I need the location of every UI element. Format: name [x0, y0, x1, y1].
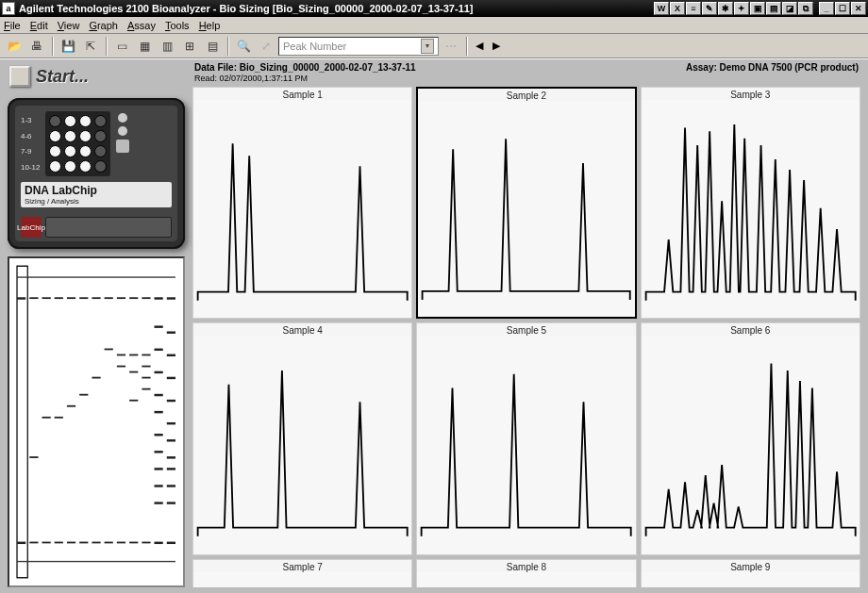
assay-value: Demo DNA 7500 (PCR product) [720, 62, 859, 73]
svg-rect-37 [142, 354, 150, 356]
svg-rect-47 [155, 371, 163, 373]
electropherogram-plot[interactable]: Sample 4 [192, 322, 412, 554]
tray-icon[interactable]: ▤ [766, 2, 781, 15]
electropherogram-plot[interactable]: Sample 2 [416, 87, 636, 319]
svg-rect-13 [67, 405, 75, 407]
chip-subtitle: Sizing / Analysis [25, 197, 168, 206]
plot-title: Sample 8 [417, 560, 635, 572]
svg-rect-38 [142, 297, 150, 299]
svg-rect-4 [29, 456, 38, 458]
svg-rect-56 [167, 439, 175, 441]
gel-image-panel[interactable] [8, 256, 185, 587]
maximize-button[interactable]: ☐ [835, 2, 850, 15]
menu-help[interactable]: Help [199, 20, 221, 31]
zoom-reset-icon[interactable]: ⤢ [256, 36, 276, 57]
svg-rect-60 [167, 354, 175, 356]
plot-title: Sample 4 [193, 323, 411, 336]
close-button[interactable]: ✕ [851, 2, 866, 15]
well-grid[interactable] [45, 111, 110, 176]
svg-rect-26 [117, 354, 125, 356]
menu-assay[interactable]: Assay [127, 20, 156, 31]
svg-rect-0 [17, 266, 27, 578]
left-panel: Start... 1-3 4-6 7-9 10-12 [0, 59, 191, 593]
tray-icon[interactable]: X [670, 2, 685, 15]
svg-rect-43 [155, 451, 163, 453]
svg-rect-59 [167, 377, 175, 379]
svg-rect-7 [42, 417, 51, 419]
zoom-icon[interactable]: 🔍 [233, 36, 254, 57]
print-icon[interactable]: 🖶 [26, 36, 47, 57]
read-label: Read: [194, 74, 217, 83]
tray-icon[interactable]: ≡ [686, 2, 701, 15]
start-label: Start... [36, 67, 89, 87]
system-tray: W X ≡ ✎ ✱ ✦ ▣ ▤ ◪ ⧉ [654, 2, 813, 15]
svg-rect-28 [129, 542, 138, 544]
svg-rect-63 [17, 276, 175, 277]
save-icon[interactable]: 💾 [58, 36, 78, 57]
tray-icon[interactable]: ✦ [734, 2, 749, 15]
chip-cartridge[interactable]: 1-3 4-6 7-9 10-12 [8, 98, 185, 249]
view-gel-icon[interactable]: ▥ [157, 36, 177, 57]
electropherogram-plot[interactable]: Sample 9 [641, 559, 860, 587]
plot-title: Sample 3 [642, 88, 860, 100]
gel-image [15, 264, 177, 580]
svg-rect-55 [167, 456, 175, 458]
assay-label: Assay: [686, 62, 717, 73]
chip-name-slot[interactable] [45, 217, 172, 238]
tray-icon[interactable]: ✱ [718, 2, 733, 15]
menu-view[interactable]: View [58, 20, 80, 31]
tray-icon[interactable]: ◪ [782, 2, 797, 15]
chevron-down-icon[interactable]: ▾ [421, 39, 434, 54]
menubar: File Edit View Graph Assay Tools Help [0, 17, 868, 34]
tray-icon[interactable]: ✎ [702, 2, 717, 15]
svg-rect-42 [155, 468, 163, 469]
plot-title: Sample 9 [642, 560, 860, 572]
svg-rect-51 [167, 542, 175, 544]
electropherogram-plot[interactable]: Sample 7 [192, 559, 412, 587]
svg-rect-10 [55, 417, 63, 419]
electropherogram-plot[interactable]: Sample 5 [416, 322, 636, 554]
svg-rect-41 [155, 485, 163, 486]
view-table-icon[interactable]: ⊞ [179, 36, 200, 57]
svg-rect-45 [155, 411, 163, 413]
svg-rect-18 [92, 542, 100, 544]
svg-rect-29 [129, 400, 138, 402]
electropherogram-plot[interactable]: Sample 8 [416, 559, 636, 587]
view-single-icon[interactable]: ▭ [111, 36, 132, 57]
prev-sample-button[interactable]: ◀ [472, 40, 487, 52]
menu-graph[interactable]: Graph [89, 20, 118, 31]
open-icon[interactable]: 📂 [4, 36, 25, 57]
svg-rect-2 [17, 297, 25, 299]
tray-icon[interactable]: ▣ [750, 2, 765, 15]
menu-file[interactable]: File [4, 20, 21, 31]
svg-rect-19 [92, 377, 100, 379]
svg-rect-67 [642, 100, 860, 318]
minimize-button[interactable]: _ [819, 2, 834, 15]
svg-rect-31 [129, 354, 138, 356]
start-button[interactable]: Start... [8, 64, 185, 91]
svg-rect-39 [155, 542, 163, 544]
svg-rect-20 [92, 297, 100, 299]
svg-rect-71 [193, 572, 411, 587]
view-overlay-icon[interactable]: ▤ [202, 36, 223, 57]
chip-side-markers [116, 111, 129, 176]
svg-rect-30 [129, 371, 138, 373]
svg-rect-5 [29, 297, 38, 299]
export-icon[interactable]: ⇱ [80, 36, 101, 57]
well-row-labels: 1-3 4-6 7-9 10-12 [21, 111, 40, 176]
start-icon [9, 66, 30, 87]
tray-icon[interactable]: ⧉ [798, 2, 813, 15]
tray-icon[interactable]: W [654, 2, 669, 15]
electropherogram-plot[interactable]: Sample 6 [641, 322, 860, 554]
menu-edit[interactable]: Edit [30, 20, 48, 31]
menu-tools[interactable]: Tools [165, 20, 190, 31]
view-grid-icon[interactable]: ▦ [134, 36, 155, 57]
next-sample-button[interactable]: ▶ [489, 40, 504, 52]
electropherogram-plot[interactable]: Sample 1 [192, 87, 412, 319]
labchip-badge: LabChip [21, 217, 42, 238]
svg-rect-22 [105, 349, 113, 351]
combo-go-icon[interactable]: ⋯ [441, 36, 461, 57]
peak-selector-combo[interactable]: Peak Number ▾ [278, 37, 439, 56]
svg-rect-61 [167, 331, 175, 333]
electropherogram-plot[interactable]: Sample 3 [641, 87, 860, 319]
